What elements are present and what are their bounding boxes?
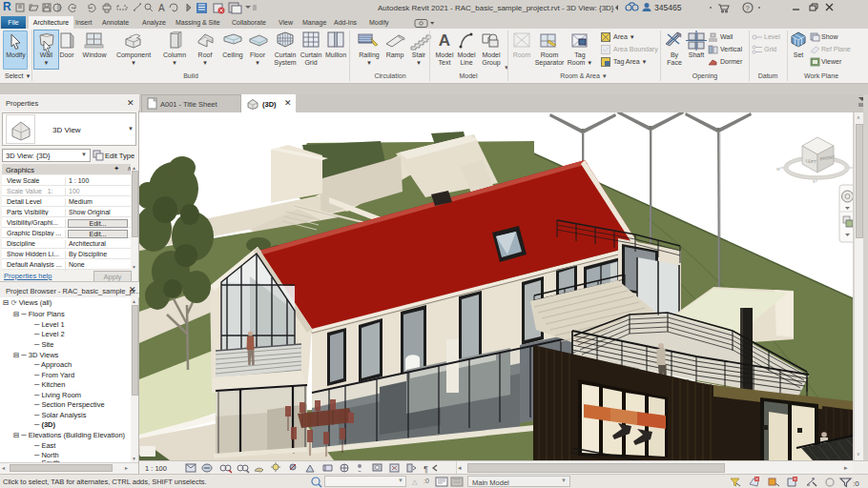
svg-text:A: A [158,3,165,13]
svg-text::0: :0 [853,479,859,488]
svg-text:S: S [813,179,816,184]
svg-text:R: R [3,0,11,13]
svg-text:345465: 345465 [654,3,682,12]
svg-text:¶: ¶ [424,464,428,474]
svg-text:A: A [439,31,450,50]
svg-text:W: W [776,167,780,172]
svg-text:?: ? [746,4,750,12]
